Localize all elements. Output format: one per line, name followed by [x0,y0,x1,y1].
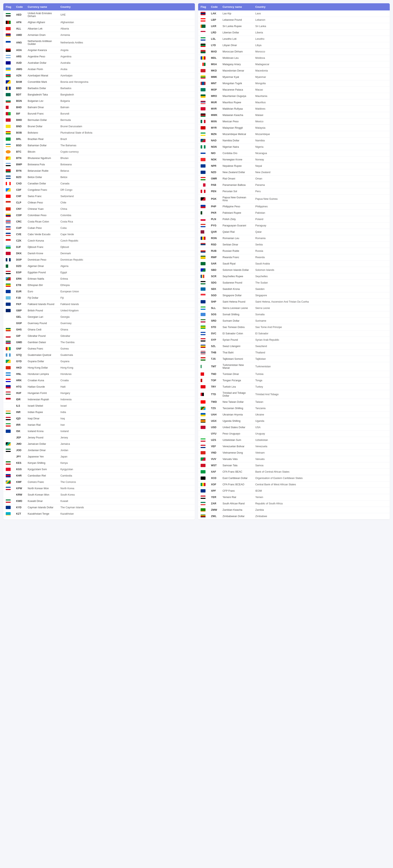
currency-code: DJF [14,244,25,250]
flag-icon-kmf [6,480,11,484]
table-row: MADMoroccan DirhamMorocco [198,49,390,55]
currency-country: Pakistan [253,210,390,216]
flag-icon-all [6,27,11,30]
currency-country: Plurinational State of Bolivia [58,130,195,136]
currency-code: TZS [208,405,220,411]
currency-code: UYU [208,431,220,437]
flag-cell [198,163,208,169]
left-header-flag: Flag [3,3,14,10]
flag-icon-bgn [6,99,11,103]
flag-cell [3,143,14,149]
currency-country: North Korea [58,485,195,492]
flag-icon-ron [201,237,205,240]
currency-name: Saudi Riyal [220,260,253,267]
flag-icon-usd [201,426,205,429]
currency-code: KMF [14,479,25,485]
flag-cell [3,199,14,206]
currency-country: Australia [58,60,195,66]
currency-name: Romanian Leu [220,235,253,242]
currency-country: Ukraine [253,411,390,418]
currency-country: Swaziland [253,343,390,349]
currency-code: HNL [14,371,25,377]
table-row: BTCBitcoinCrypto-currency [3,149,195,155]
flag-icon-shp [201,300,205,303]
right-table-container: Flag Code Currency name Country LAKLao K… [198,3,390,520]
flag-icon-gnf [6,347,11,350]
currency-name: Gambian Dalasi [25,339,58,346]
currency-code: BBD [14,85,25,92]
currency-country: Saint Helena, Ascension And Tristan Da C… [253,299,390,305]
currency-name: Colombian Peso [25,212,58,219]
flag-cell [3,212,14,219]
currency-code: KPW [14,485,25,492]
currency-code: SRD [208,318,220,324]
currency-country: Brazil [58,136,195,143]
currency-country: Mexico [253,118,390,125]
table-row: HKDHong Kong DollarHong Kong [3,365,195,371]
currency-name: Ukrainian Hryvnia [220,411,253,418]
table-row: LBPLebanese PoundLebanon [198,17,390,23]
flag-icon-bsd [6,144,11,147]
currency-name: Papua New Guinean Kina [220,195,253,204]
table-row: BZDBelize DollarBelize [3,174,195,181]
flag-icon-mzn [201,132,205,136]
flag-icon-sdg [201,281,205,284]
flag-icon-vuv [201,458,205,461]
currency-country: Argentina [58,54,195,60]
currency-country: Dominican Republic [58,257,195,263]
currency-code: PHP [208,204,220,210]
flag-cell [198,87,208,93]
currency-code: VUV [208,456,220,462]
currency-country: Georgia [58,314,195,320]
currency-name: Belize Dollar [25,174,58,181]
currency-country: Colombia [58,212,195,219]
currency-name: Sri Lanka Rupee [220,23,253,30]
flag-cell [198,411,208,418]
currency-code: SLL [208,305,220,311]
table-row: NPRNepalese RupeeNepal [198,163,390,169]
currency-code: NOK [208,156,220,163]
table-row: AFNAfghan AfghaniAfghanistan [3,19,195,26]
currency-name: CFA Franc BCEAO [220,482,253,488]
flag-icon-ghs [6,328,11,331]
currency-name: Guinea Franc [25,346,58,352]
currency-country: India [58,409,195,415]
currency-country: Mongolia [253,80,390,87]
currency-code: SAR [208,260,220,267]
flag-cell [198,513,208,520]
flag-cell [3,346,14,352]
currency-code: CAD [14,181,25,187]
table-row: LYDLibyan DinarLibya [198,42,390,49]
currency-country: Ghana [58,327,195,333]
currency-name: Uganda Shilling [220,418,253,424]
currency-name: Polish Zloty [220,216,253,222]
currency-name: CFP Franc [220,488,253,494]
flag-cell [198,405,208,411]
flag-icon-gtq [6,353,11,356]
flag-icon-kes [6,461,11,465]
flag-icon-hkd [6,366,11,369]
currency-name: Aruban Florin [25,66,58,72]
flag-icon-sek [201,287,205,291]
table-row: ZARSouth African RandRepublic of South A… [198,500,390,507]
flag-cell [3,473,14,479]
table-row: BBDBarbados DollarBarbados [3,85,195,92]
currency-country: Netherlands Antilles [58,38,195,47]
currency-name: Georgian Lari [25,314,58,320]
currency-code: IDR [14,396,25,403]
table-row: PABPanamanian BalboaPanama [198,182,390,188]
currency-name: Mexican Peso [220,118,253,125]
currency-code: RON [208,235,220,242]
flag-cell [198,222,208,229]
currency-code: ILS [14,403,25,409]
flag-cell [3,181,14,187]
currency-code: TTD [208,390,220,399]
currency-country: Iraq [58,415,195,422]
currency-code: GTQ [14,352,25,358]
currency-code: DKK [14,250,25,257]
currency-name: Falkland Islands Pound [25,301,58,308]
currency-country: Madagascar [253,61,390,68]
table-row: GGPGuernsey PoundGuernsey [3,320,195,327]
currency-name: Angolan Kwanza [25,47,58,54]
flag-cell [3,54,14,60]
